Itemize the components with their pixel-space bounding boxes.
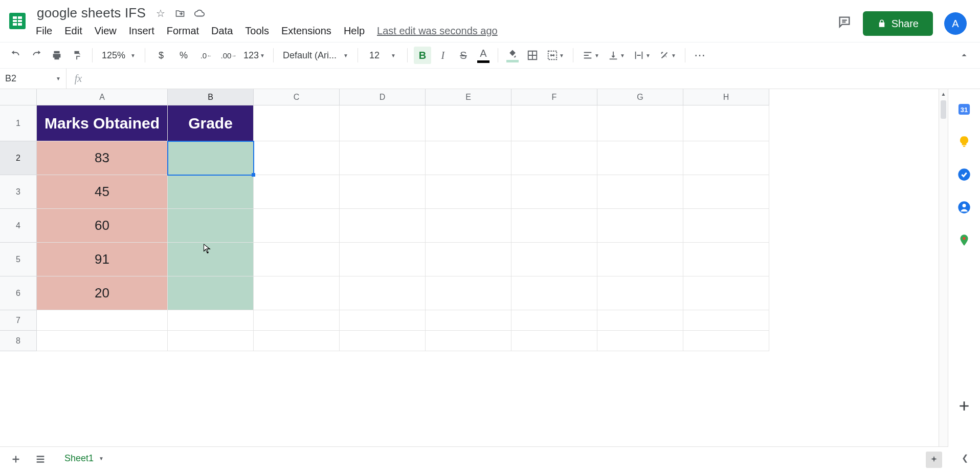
cell-D3[interactable]	[340, 175, 426, 209]
row-header-3[interactable]: 3	[0, 175, 37, 209]
cell-A1[interactable]: Marks Obtained	[37, 105, 168, 141]
menu-file[interactable]: File	[36, 25, 52, 37]
cell-D7[interactable]	[340, 310, 426, 331]
menu-view[interactable]: View	[95, 25, 117, 37]
col-header-G[interactable]: G	[597, 89, 683, 105]
formula-input[interactable]	[90, 69, 980, 89]
cell-H5[interactable]	[683, 243, 769, 276]
spreadsheet-grid[interactable]: ABCDEFGH1Marks ObtainedGrade283345460591…	[0, 89, 948, 471]
keep-icon[interactable]	[955, 133, 973, 151]
cell-A7[interactable]	[37, 310, 168, 331]
col-header-B[interactable]: B	[168, 89, 254, 105]
menu-format[interactable]: Format	[167, 25, 199, 37]
print-icon[interactable]	[48, 47, 65, 64]
cell-A3[interactable]: 45	[37, 175, 168, 209]
cell-H7[interactable]	[683, 310, 769, 331]
cell-D4[interactable]	[340, 209, 426, 243]
vertical-align-button[interactable]: ▼	[605, 47, 628, 64]
cell-B1[interactable]: Grade	[168, 105, 254, 141]
percent-button[interactable]: %	[174, 47, 193, 64]
row-header-4[interactable]: 4	[0, 209, 37, 243]
cell-A5[interactable]: 91	[37, 243, 168, 276]
explore-button[interactable]	[926, 452, 942, 468]
cell-H4[interactable]	[683, 209, 769, 243]
sheets-logo[interactable]	[6, 6, 29, 36]
cell-D1[interactable]	[340, 105, 426, 141]
cell-C2[interactable]	[254, 141, 340, 175]
row-header-2[interactable]: 2	[0, 141, 37, 175]
collapse-toolbar-icon[interactable]	[955, 47, 973, 64]
zoom-select[interactable]: 125%▼	[99, 50, 139, 61]
number-format-button[interactable]: 123▼	[241, 47, 267, 64]
menu-edit[interactable]: Edit	[64, 25, 82, 37]
increase-decimal-button[interactable]: .00→	[219, 47, 238, 64]
maps-icon[interactable]	[955, 231, 973, 249]
row-header-6[interactable]: 6	[0, 276, 37, 310]
col-header-A[interactable]: A	[37, 89, 168, 105]
cell-C7[interactable]	[254, 310, 340, 331]
fill-color-button[interactable]	[504, 49, 521, 62]
cell-B3[interactable]	[168, 175, 254, 209]
cell-F6[interactable]	[511, 276, 597, 310]
menu-data[interactable]: Data	[211, 25, 233, 37]
italic-button[interactable]: I	[434, 47, 452, 64]
row-header-7[interactable]: 7	[0, 310, 37, 331]
merge-cells-button[interactable]: ▼	[544, 47, 567, 64]
cell-H8[interactable]	[683, 331, 769, 351]
cell-E5[interactable]	[426, 243, 511, 276]
cell-B8[interactable]	[168, 331, 254, 351]
all-sheets-button[interactable]	[32, 451, 49, 468]
col-header-D[interactable]: D	[340, 89, 426, 105]
menu-extensions[interactable]: Extensions	[281, 25, 331, 37]
cell-H2[interactable]	[683, 141, 769, 175]
cell-F4[interactable]	[511, 209, 597, 243]
add-addon-icon[interactable]	[955, 397, 973, 415]
cell-F7[interactable]	[511, 310, 597, 331]
cell-E4[interactable]	[426, 209, 511, 243]
star-icon[interactable]: ☆	[155, 8, 166, 19]
cell-C8[interactable]	[254, 331, 340, 351]
cell-G4[interactable]	[597, 209, 683, 243]
cloud-status-icon[interactable]	[194, 8, 205, 19]
row-header-8[interactable]: 8	[0, 331, 37, 351]
col-header-H[interactable]: H	[683, 89, 769, 105]
cell-C5[interactable]	[254, 243, 340, 276]
cell-C1[interactable]	[254, 105, 340, 141]
cell-C4[interactable]	[254, 209, 340, 243]
cell-E3[interactable]	[426, 175, 511, 209]
cell-G5[interactable]	[597, 243, 683, 276]
redo-icon[interactable]	[28, 47, 45, 64]
row-header-1[interactable]: 1	[0, 105, 37, 141]
cell-B5[interactable]	[168, 243, 254, 276]
cell-G8[interactable]	[597, 331, 683, 351]
account-avatar[interactable]: A	[944, 12, 967, 35]
cell-F5[interactable]	[511, 243, 597, 276]
col-header-E[interactable]: E	[426, 89, 511, 105]
cell-A2[interactable]: 83	[37, 141, 168, 175]
scroll-up-icon[interactable]: ▲	[939, 89, 948, 98]
undo-icon[interactable]	[7, 47, 25, 64]
calendar-icon[interactable]: 31	[955, 100, 973, 118]
cell-F8[interactable]	[511, 331, 597, 351]
cell-E8[interactable]	[426, 331, 511, 351]
cell-G6[interactable]	[597, 276, 683, 310]
cell-B2[interactable]	[168, 141, 254, 175]
cell-E2[interactable]	[426, 141, 511, 175]
cell-D2[interactable]	[340, 141, 426, 175]
last-edit-link[interactable]: Last edit was seconds ago	[377, 25, 498, 37]
sheet-tab-sheet1[interactable]: Sheet1 ▼	[56, 447, 112, 471]
horizontal-align-button[interactable]: ▼	[580, 47, 602, 64]
cell-F2[interactable]	[511, 141, 597, 175]
cell-A8[interactable]	[37, 331, 168, 351]
vertical-scrollbar[interactable]: ▲ ▼	[939, 89, 948, 461]
cell-D5[interactable]	[340, 243, 426, 276]
cell-F1[interactable]	[511, 105, 597, 141]
row-header-5[interactable]: 5	[0, 243, 37, 276]
col-header-C[interactable]: C	[254, 89, 340, 105]
cell-F3[interactable]	[511, 175, 597, 209]
vscroll-thumb[interactable]	[941, 100, 946, 119]
cell-B4[interactable]	[168, 209, 254, 243]
menu-tools[interactable]: Tools	[245, 25, 269, 37]
cell-G3[interactable]	[597, 175, 683, 209]
add-sheet-button[interactable]	[7, 451, 25, 468]
